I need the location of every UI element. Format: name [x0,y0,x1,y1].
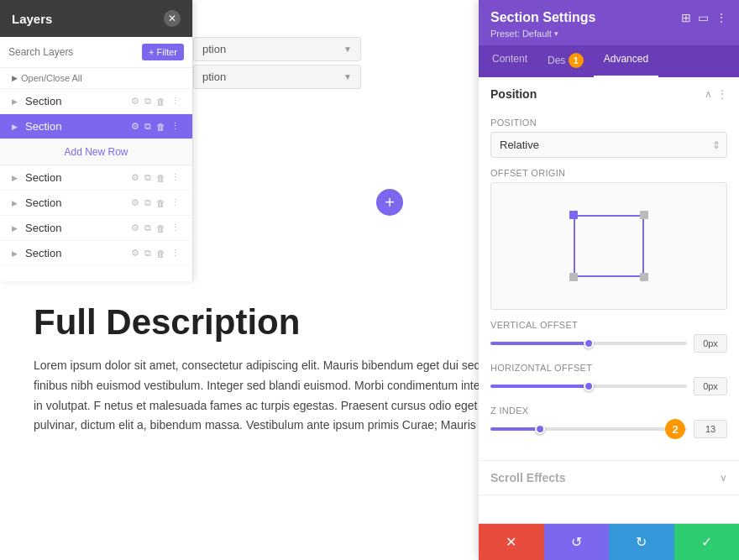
layer-3-more-icon[interactable]: ⋮ [170,171,181,184]
layers-filter-button[interactable]: + Filter [142,44,184,60]
layer-2-icons: ⚙ ⧉ 🗑 ⋮ [130,120,181,133]
layer-3-settings-icon[interactable]: ⚙ [130,171,140,184]
vertical-offset-value[interactable]: 0px [694,334,727,353]
dropdown-2[interactable]: ption ▼ [193,65,361,89]
dropdown-2-arrow: ▼ [343,72,352,81]
vertical-offset-slider-row: 0px [490,334,727,353]
layer-1-copy-icon[interactable]: ⧉ [144,95,152,107]
open-close-all[interactable]: ▶ Open/Close All [0,68,192,89]
preset-chevron: ▾ [554,29,558,38]
origin-dot-bl[interactable] [569,273,578,281]
horizontal-offset-thumb[interactable] [584,381,594,391]
layer-1-more-icon[interactable]: ⋮ [170,95,181,107]
layer-4-more-icon[interactable]: ⋮ [170,196,181,209]
scroll-effects-header[interactable]: Scroll Effects ∨ [479,461,739,495]
layer-4-name: Section [25,196,125,209]
origin-dot-tl[interactable] [569,211,578,219]
position-field: Position Relative Absolute Fixed Static [490,118,727,158]
tab-advanced[interactable]: Advanced [594,45,658,77]
z-index-label: Z Index [490,406,727,416]
action-bar: ✕ ↺ ↻ ✓ [479,523,739,560]
horizontal-offset-track[interactable] [490,385,687,388]
layer-3-trash-icon[interactable]: 🗑 [155,172,166,184]
add-element-button[interactable]: + [376,189,403,216]
add-new-row[interactable]: Add New Row [0,139,192,165]
settings-header: Section Settings ⊞ ▭ ⋮ Preset: Default ▾ [479,0,739,45]
position-more-icon[interactable]: ⋮ [717,88,727,100]
layer-6-more-icon[interactable]: ⋮ [170,247,181,259]
settings-title: Section Settings [490,10,595,25]
layer-5-more-icon[interactable]: ⋮ [170,222,181,234]
origin-dot-tr[interactable] [640,211,648,219]
tab-design[interactable]: Des 1 [537,45,594,77]
layers-close-button[interactable]: ✕ [164,10,181,27]
origin-box [574,215,644,277]
layer-2-trash-icon[interactable]: 🗑 [155,121,166,133]
dropdown-2-label: ption [202,71,226,83]
filter-label: + Filter [149,47,177,57]
layer-6-copy-icon[interactable]: ⧉ [144,247,152,259]
horizontal-offset-row: Horizontal Offset 0px [490,363,727,395]
preset-label[interactable]: Preset: Default ▾ [490,29,727,39]
layer-3-name: Section [25,171,125,184]
layout-icon[interactable]: ▭ [698,11,709,24]
vertical-offset-label: Vertical Offset [490,320,727,330]
layer-4-trash-icon[interactable]: 🗑 [155,197,166,209]
undo-icon: ↺ [571,534,582,550]
layer-5-copy-icon[interactable]: ⧉ [144,222,152,234]
layer-2-settings-icon[interactable]: ⚙ [130,120,140,133]
layer-item-4[interactable]: ▶ Section ⚙ ⧉ 🗑 ⋮ [0,191,192,216]
layers-title: Layers [12,12,52,26]
open-close-chevron: ▶ [12,74,18,82]
layer-5-settings-icon[interactable]: ⚙ [130,222,140,234]
layers-search-input[interactable] [8,46,137,58]
layer-item-5[interactable]: ▶ Section ⚙ ⧉ 🗑 ⋮ [0,216,192,241]
layer-item-6[interactable]: ▶ Section ⚙ ⧉ 🗑 ⋮ [0,241,192,266]
layer-1-trash-icon[interactable]: 🗑 [155,96,166,107]
dropdown-1-label: ption [202,43,226,55]
origin-dot-br[interactable] [640,273,648,281]
horizontal-offset-value[interactable]: 0px [694,377,727,395]
save-button[interactable]: ✓ [674,524,740,560]
z-index-thumb[interactable] [535,424,545,434]
design-tab-badge: 1 [569,53,584,68]
vertical-offset-track[interactable] [490,342,687,345]
more-options-icon[interactable]: ⋮ [715,11,727,24]
z-index-fill [490,427,540,431]
layer-1-chevron: ▶ [12,97,20,106]
layers-panel: Layers ✕ + Filter ▶ Open/Close All ▶ Sec… [0,0,193,281]
horizontal-offset-label: Horizontal Offset [490,363,727,373]
layer-5-trash-icon[interactable]: 🗑 [155,222,166,234]
redo-button[interactable]: ↻ [609,524,674,560]
layer-item-1[interactable]: ▶ Section ⚙ ⧉ 🗑 ⋮ [0,89,192,114]
top-dropdowns: ption ▼ ption ▼ [193,37,361,89]
responsive-icon[interactable]: ⊞ [681,11,691,24]
layer-6-settings-icon[interactable]: ⚙ [130,247,140,259]
position-select[interactable]: Relative Absolute Fixed Static [490,132,727,158]
cancel-button[interactable]: ✕ [479,524,544,560]
layer-6-trash-icon[interactable]: 🗑 [155,248,166,259]
layer-2-chevron: ▶ [12,123,20,131]
z-index-value[interactable]: 13 [694,420,727,438]
vertical-offset-thumb[interactable] [584,338,594,348]
tab-content[interactable]: Content [482,45,537,77]
position-collapse-icon[interactable]: ∧ [705,88,712,100]
layer-6-icons: ⚙ ⧉ 🗑 ⋮ [130,247,181,259]
layer-1-settings-icon[interactable]: ⚙ [130,95,140,107]
dropdown-1[interactable]: ption ▼ [193,37,361,61]
position-section-header[interactable]: Position ∧ ⋮ [479,77,739,111]
scroll-effects-chevron[interactable]: ∨ [720,472,727,484]
layer-3-copy-icon[interactable]: ⧉ [144,171,152,184]
layer-2-more-icon[interactable]: ⋮ [170,120,181,133]
layer-4-settings-icon[interactable]: ⚙ [130,196,140,209]
layer-item-2[interactable]: ▶ Section ⚙ ⧉ 🗑 ⋮ [0,114,192,139]
z-index-track[interactable] [490,427,687,431]
origin-grid[interactable] [558,200,659,292]
position-select-wrapper: Relative Absolute Fixed Static [490,132,727,158]
layer-4-copy-icon[interactable]: ⧉ [144,196,152,209]
add-new-row-label: Add New Row [64,146,128,158]
undo-button[interactable]: ↺ [544,524,610,560]
layer-2-copy-icon[interactable]: ⧉ [144,120,152,133]
layer-item-3[interactable]: ▶ Section ⚙ ⧉ 🗑 ⋮ [0,165,192,191]
save-icon: ✓ [701,534,712,550]
